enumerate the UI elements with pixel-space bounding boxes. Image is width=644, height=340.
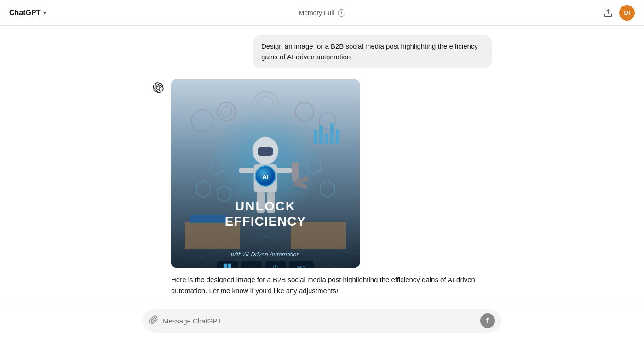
svg-rect-42	[336, 129, 339, 144]
svg-rect-41	[330, 123, 334, 144]
chat-content: Design an image for a B2B social media p…	[143, 35, 501, 303]
svg-text:⊙: ⊙	[273, 263, 278, 268]
assistant-response-text: Here is the designed image for a B2B soc…	[171, 274, 492, 296]
svg-text:◎◎: ◎◎	[297, 264, 306, 268]
image-visual: AI	[171, 79, 360, 268]
avatar[interactable]: DI	[619, 5, 635, 21]
topbar: ChatGPT ▾ Memory Full i DI	[0, 0, 644, 26]
input-area	[0, 303, 644, 340]
send-button[interactable]	[480, 313, 495, 328]
memory-info-icon[interactable]: i	[338, 9, 345, 17]
topbar-actions: DI	[604, 5, 635, 21]
svg-rect-19	[239, 168, 254, 173]
memory-full-label: Memory Full	[299, 9, 334, 17]
svg-rect-15	[258, 147, 273, 156]
app-title-button[interactable]: ChatGPT ▾	[9, 9, 46, 17]
svg-text:▊▊: ▊▊	[223, 263, 232, 268]
generated-image[interactable]: AI	[171, 79, 360, 268]
svg-rect-38	[314, 130, 317, 144]
svg-rect-12	[190, 215, 226, 223]
input-container	[143, 309, 501, 333]
chatgpt-icon	[152, 81, 165, 94]
image-scene-svg: AI	[171, 79, 360, 268]
svg-text:AI: AI	[262, 173, 269, 181]
app-name: ChatGPT	[9, 9, 40, 17]
svg-text:UNLOCK: UNLOCK	[235, 199, 296, 213]
svg-rect-20	[277, 168, 292, 173]
svg-rect-40	[325, 134, 328, 144]
user-message-wrapper: Design an image for a B2B social media p…	[152, 35, 492, 68]
message-input[interactable]	[163, 317, 476, 325]
attach-icon[interactable]	[149, 315, 158, 327]
user-message-text: Design an image for a B2B social media p…	[261, 42, 478, 61]
assistant-content: AI	[171, 79, 492, 296]
memory-full-indicator: Memory Full i	[299, 9, 345, 17]
chat-area: Design an image for a B2B social media p…	[0, 26, 644, 303]
svg-text:with AI-Driven Automation: with AI-Driven Automation	[231, 251, 299, 258]
share-icon[interactable]	[604, 8, 613, 17]
svg-text:≡: ≡	[250, 263, 253, 268]
svg-text:EFFICIENCY: EFFICIENCY	[225, 214, 306, 228]
assistant-message-wrapper: AI	[152, 79, 492, 296]
user-bubble: Design an image for a B2B social media p…	[253, 35, 492, 68]
chatgpt-logo-icon	[153, 82, 164, 93]
svg-rect-39	[319, 125, 323, 144]
chevron-down-icon: ▾	[43, 10, 46, 16]
send-icon	[484, 317, 491, 324]
svg-rect-21	[292, 162, 299, 181]
